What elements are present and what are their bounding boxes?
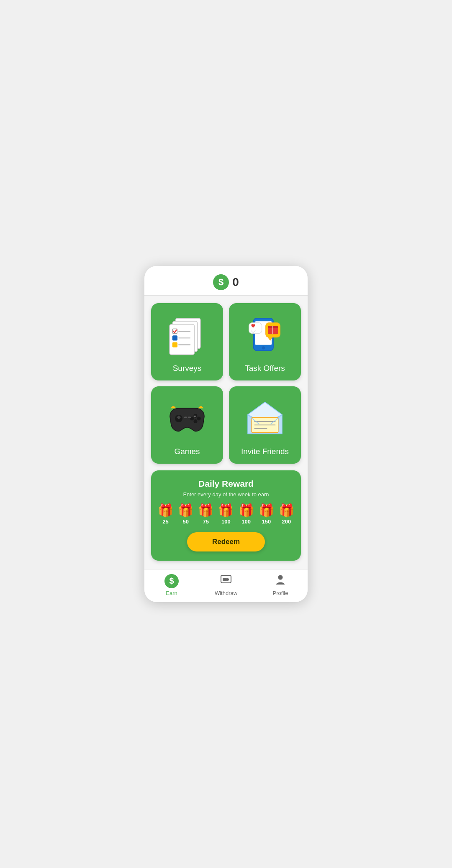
nav-item-profile[interactable]: Profile <box>253 574 308 596</box>
gift-icon-2: 🎁 <box>178 504 193 517</box>
reward-item-2: 🎁 50 <box>178 504 193 525</box>
reward-item-4: 🎁 100 <box>218 504 234 525</box>
task-offers-label: Task Offers <box>245 364 285 373</box>
gift-icon-6: 🎁 <box>259 504 274 517</box>
invite-friends-label: Invite Friends <box>241 447 289 456</box>
svg-point-21 <box>197 416 201 420</box>
games-icon: + <box>164 395 210 442</box>
rewards-row: 🎁 25 🎁 50 🎁 75 🎁 100 🎁 100 <box>158 504 294 525</box>
gift-icon-4: 🎁 <box>218 504 234 517</box>
svg-point-11 <box>262 346 265 349</box>
nav-item-earn[interactable]: $ Earn <box>144 574 199 596</box>
reward-value-1: 25 <box>162 518 168 525</box>
invite-friends-icon <box>242 395 288 442</box>
reward-item-3: 🎁 75 <box>198 504 213 525</box>
nav-item-withdraw[interactable]: Withdraw <box>199 574 253 596</box>
balance-display: $ 0 <box>144 274 308 290</box>
reward-value-7: 200 <box>282 518 291 525</box>
games-card[interactable]: + Games <box>151 386 223 464</box>
bottom-nav: $ Earn Withdraw Profile <box>144 569 308 602</box>
svg-rect-24 <box>184 416 187 418</box>
daily-reward-section: Daily Reward Enter every day of the week… <box>151 470 301 561</box>
dollar-circle-icon: $ <box>213 274 229 290</box>
daily-reward-subtitle: Enter every day of the week to earn <box>158 491 294 498</box>
svg-rect-25 <box>188 416 191 418</box>
svg-point-22 <box>193 419 197 423</box>
phone-container: $ 0 <box>144 266 308 602</box>
reward-item-6: 🎁 150 <box>259 504 274 525</box>
reward-value-6: 150 <box>262 518 271 525</box>
svg-rect-7 <box>172 342 177 347</box>
earn-dollar-icon: $ <box>164 574 179 588</box>
svg-rect-5 <box>172 335 177 340</box>
surveys-label: Surveys <box>173 364 202 373</box>
svg-text:+: + <box>194 414 196 418</box>
reward-value-5: 100 <box>241 518 251 525</box>
reward-item-7: 🎁 200 <box>279 504 294 525</box>
invite-friends-card[interactable]: Invite Friends <box>229 386 301 464</box>
header: $ 0 <box>144 266 308 296</box>
svg-point-38 <box>226 578 229 581</box>
svg-rect-12 <box>249 323 262 333</box>
gift-icon-7: 🎁 <box>279 504 294 517</box>
daily-reward-title: Daily Reward <box>158 479 294 489</box>
withdraw-icon <box>220 574 232 588</box>
cards-grid: Surveys <box>151 303 301 464</box>
svg-point-39 <box>278 575 283 580</box>
earn-nav-label: Earn <box>166 590 177 596</box>
task-offers-icon <box>242 311 288 359</box>
task-offers-card[interactable]: Task Offers <box>229 303 301 380</box>
profile-nav-label: Profile <box>273 590 288 596</box>
reward-item-5: 🎁 100 <box>239 504 254 525</box>
surveys-icon <box>164 311 210 359</box>
surveys-card[interactable]: Surveys <box>151 303 223 380</box>
games-label: Games <box>174 447 200 456</box>
redeem-button[interactable]: Redeem <box>187 532 265 551</box>
withdraw-nav-label: Withdraw <box>215 590 237 596</box>
reward-value-2: 50 <box>182 518 188 525</box>
reward-value-3: 75 <box>203 518 209 525</box>
gift-icon-5: 🎁 <box>239 504 254 517</box>
gift-icon-1: 🎁 <box>158 504 173 517</box>
main-content: Surveys <box>144 296 308 569</box>
svg-rect-19 <box>178 416 180 419</box>
profile-icon <box>275 574 286 588</box>
svg-rect-37 <box>223 578 227 581</box>
gift-icon-3: 🎁 <box>198 504 213 517</box>
reward-value-4: 100 <box>221 518 231 525</box>
balance-value: 0 <box>232 276 239 289</box>
reward-item-1: 🎁 25 <box>158 504 173 525</box>
